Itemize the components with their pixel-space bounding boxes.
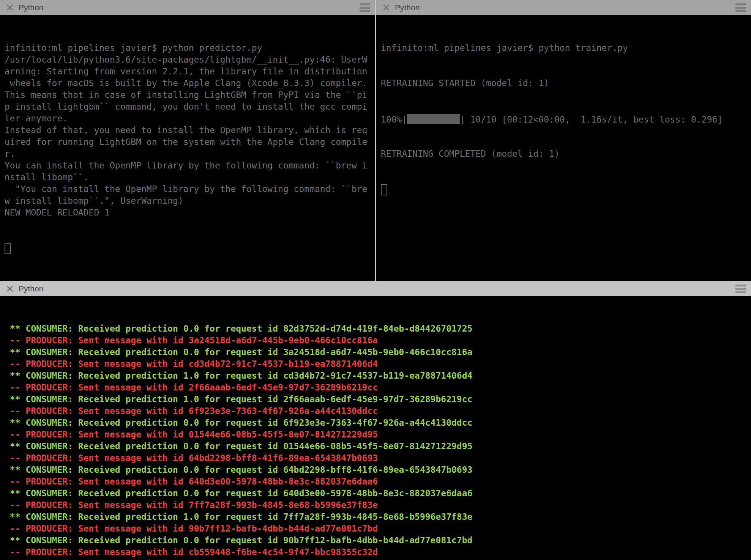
terminal-line: infinito:ml_pipelines javier$ python pre… [5, 42, 375, 54]
terminal-line: Instead of that, you need to install the… [5, 124, 375, 136]
log-line-producer: -- PRODUCER: Sent message with id 7ff7a2… [5, 499, 751, 511]
terminal-line: "You can install the OpenMP library by t… [5, 183, 375, 195]
log-line-producer: -- PRODUCER: Sent message with id 2f66aa… [5, 382, 751, 393]
log-line-consumer: ** CONSUMER: Received prediction 0.0 for… [5, 535, 751, 546]
window-title: Python [19, 3, 43, 12]
log-line-consumer: ** CONSUMER: Received prediction 0.0 for… [5, 464, 751, 476]
log-line-consumer: ** CONSUMER: Received prediction 1.0 for… [5, 393, 751, 405]
terminal-window-predictor: Python infinito:ml_pipelines javier$ pyt… [0, 0, 375, 281]
log-line-producer: -- PRODUCER: Sent message with id 64bd22… [5, 452, 751, 464]
log-line-producer: -- PRODUCER: Sent message with id 6f923e… [5, 405, 751, 417]
log-line-producer: -- PRODUCER: Sent message with id 90b7ff… [5, 523, 751, 535]
terminal-line: nstall libomp``. [5, 171, 375, 183]
close-icon [6, 285, 13, 292]
log-line-consumer: ** CONSUMER: Received prediction 0.0 for… [5, 488, 751, 499]
close-icon [6, 4, 13, 11]
cursor-line [381, 183, 751, 195]
terminal-cursor [5, 243, 11, 254]
terminal-line: wheels for macOS is built by the Apple C… [5, 77, 375, 89]
terminal-line: This means that in case of installing Li… [5, 89, 375, 101]
hamburger-icon [735, 285, 746, 286]
close-icon [383, 4, 390, 11]
log-line-consumer: ** CONSUMER: Received prediction 0.0 for… [5, 558, 751, 560]
log-line-consumer: ** CONSUMER: Received prediction 0.0 for… [5, 346, 751, 358]
log-line-consumer: ** CONSUMER: Received prediction 0.0 for… [5, 440, 751, 452]
close-button[interactable] [382, 4, 390, 11]
log-line-producer: -- PRODUCER: Sent message with id cd3d4b… [5, 358, 751, 370]
menu-button[interactable] [735, 2, 746, 14]
terminal-line: p install lightgbm`` command, you don't … [5, 101, 375, 113]
terminal-line: RETRAINING STARTED (model id: 1) [381, 77, 751, 89]
window-title: Python [395, 3, 420, 12]
terminal-line: arning: Starting from version 2.2.1, the… [5, 66, 375, 77]
progress-line: 100%|| 10/10 [00:12<00:00, 1.16s/it, bes… [381, 113, 751, 124]
titlebar-log[interactable]: Python [0, 281, 751, 296]
terminal-window-consumer-producer: Python ** CONSUMER: Received prediction … [0, 281, 751, 560]
terminal-line: RETRAINING COMPLETED (model id: 1) [381, 148, 751, 160]
log-line-consumer: ** CONSUMER: Received prediction 0.0 for… [5, 323, 751, 335]
progress-suffix: | 10/10 [00:12<00:00, 1.16s/it, best los… [460, 115, 723, 124]
close-button[interactable] [6, 4, 14, 11]
terminal-content-log[interactable]: ** CONSUMER: Received prediction 0.0 for… [0, 296, 751, 560]
terminal-cursor [381, 184, 387, 195]
terminal-line: uired for running LightGBM on the system… [5, 136, 375, 148]
close-button[interactable] [6, 285, 14, 293]
log-line-consumer: ** CONSUMER: Received prediction 1.0 for… [5, 511, 751, 523]
terminal-line: You can install the OpenMP library by th… [5, 160, 375, 171]
hamburger-icon [735, 3, 746, 5]
pane-divider[interactable] [375, 0, 376, 281]
log-line-producer: -- PRODUCER: Sent message with id 3a2451… [5, 335, 751, 346]
terminal-line: r. [5, 148, 375, 160]
log-line-producer: -- PRODUCER: Sent message with id cb5594… [5, 546, 751, 558]
log-line-producer: -- PRODUCER: Sent message with id 01544e… [5, 429, 751, 440]
log-line-consumer: ** CONSUMER: Received prediction 1.0 for… [5, 370, 751, 382]
terminal-line: NEW MODEL RELOADED 1 [5, 207, 375, 219]
menu-button[interactable] [360, 2, 370, 14]
hamburger-icon [360, 3, 370, 5]
terminal-line: w install libomp``.", UserWarning) [5, 195, 375, 207]
terminal-line: ler anymore. [5, 113, 375, 124]
window-title: Python [19, 284, 43, 293]
menu-button[interactable] [735, 283, 746, 295]
terminal-content-trainer[interactable]: infinito:ml_pipelines javier$ python tra… [376, 15, 751, 281]
log-line-producer: -- PRODUCER: Sent message with id 640d3e… [5, 476, 751, 488]
terminal-window-trainer: Python infinito:ml_pipelines javier$ pyt… [376, 0, 751, 281]
terminal-line: /usr/local/lib/python3.6/site-packages/l… [5, 54, 375, 66]
terminal-line: infinito:ml_pipelines javier$ python tra… [381, 42, 751, 54]
log-line-consumer: ** CONSUMER: Received prediction 0.0 for… [5, 417, 751, 429]
progress-prefix: 100%| [381, 115, 407, 124]
cursor-line [5, 242, 375, 254]
progress-bar [407, 114, 459, 124]
consumer-producer-log: ** CONSUMER: Received prediction 0.0 for… [5, 323, 751, 560]
titlebar-trainer[interactable]: Python [376, 0, 751, 15]
titlebar-predictor[interactable]: Python [0, 0, 375, 15]
predictor-output: infinito:ml_pipelines javier$ python pre… [5, 42, 375, 219]
terminal-content-predictor[interactable]: infinito:ml_pipelines javier$ python pre… [0, 15, 375, 281]
